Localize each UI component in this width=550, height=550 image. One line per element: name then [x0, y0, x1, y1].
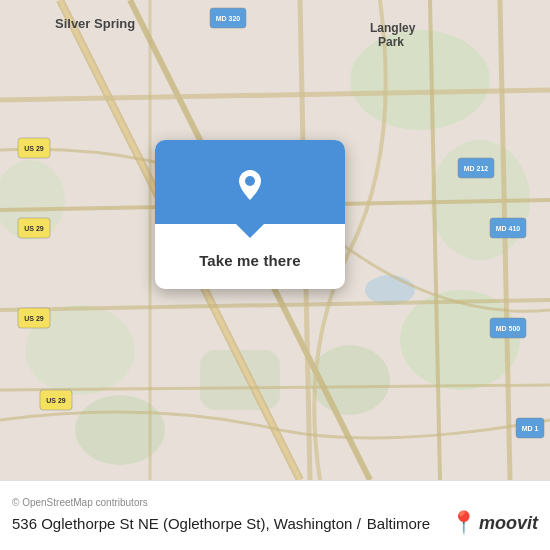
svg-text:US 29: US 29	[46, 397, 66, 404]
svg-point-1	[350, 30, 490, 130]
popup-card: Take me there	[155, 140, 345, 289]
copyright-text: © OpenStreetMap contributors	[12, 497, 538, 508]
svg-point-43	[245, 176, 255, 186]
svg-text:US 29: US 29	[24, 315, 44, 322]
svg-text:MD 212: MD 212	[464, 165, 489, 172]
svg-text:Park: Park	[378, 35, 404, 49]
svg-text:US 29: US 29	[24, 145, 44, 152]
map-container: US 29 US 29 US 29 US 29 MD 320 MD 212 MD…	[0, 0, 550, 480]
svg-text:MD 500: MD 500	[496, 325, 521, 332]
svg-text:MD 1: MD 1	[522, 425, 539, 432]
moovit-pin-icon: 📍	[450, 512, 477, 534]
svg-text:Silver Spring: Silver Spring	[55, 16, 135, 31]
svg-text:Langley: Langley	[370, 21, 416, 35]
take-me-there-button[interactable]: Take me there	[171, 248, 329, 273]
svg-point-9	[365, 275, 415, 305]
location-pin-icon	[228, 162, 272, 206]
bottom-bar: © OpenStreetMap contributors 536 Ogletho…	[0, 480, 550, 550]
moovit-brand-text: moovit	[479, 513, 538, 534]
svg-point-3	[400, 290, 520, 390]
popup-header	[155, 140, 345, 224]
moovit-logo: 📍 moovit	[450, 512, 538, 534]
city-text: Baltimore	[367, 515, 430, 532]
svg-text:MD 410: MD 410	[496, 225, 521, 232]
address-text: 536 Oglethorpe St NE (Oglethorpe St), Wa…	[12, 515, 361, 532]
svg-text:US 29: US 29	[24, 225, 44, 232]
svg-text:MD 320: MD 320	[216, 15, 241, 22]
address-line: 536 Oglethorpe St NE (Oglethorpe St), Wa…	[12, 512, 538, 534]
